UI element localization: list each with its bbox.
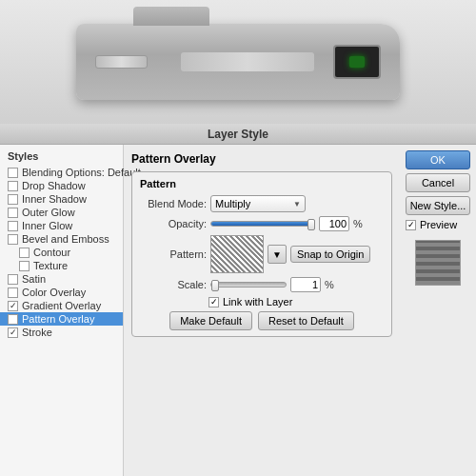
sidebar-label-gradient-overlay: Gradient Overlay: [22, 300, 101, 311]
sidebar-checkbox-gradient-overlay[interactable]: ✓: [8, 301, 18, 311]
camera-body: [76, 24, 400, 100]
sidebar-checkbox-drop-shadow[interactable]: [8, 181, 18, 191]
sidebar-label-inner-glow: Inner Glow: [22, 220, 72, 231]
sidebar-checkbox-contour[interactable]: [19, 248, 30, 258]
ok-button[interactable]: OK: [406, 150, 470, 169]
sidebar-label-drop-shadow: Drop Shadow: [22, 180, 86, 191]
sidebar-item-texture[interactable]: Texture: [0, 259, 123, 272]
reset-to-default-button[interactable]: Reset to Default: [258, 311, 354, 330]
sidebar-item-bevel-emboss[interactable]: Bevel and Emboss: [0, 232, 123, 246]
dialog-title: Layer Style: [208, 128, 268, 141]
snap-to-origin-button[interactable]: Snap to Origin: [290, 246, 370, 263]
preview-checkbox[interactable]: ✓: [406, 220, 416, 230]
sidebar-checkbox-blending-options[interactable]: [8, 168, 18, 178]
sidebar-checkbox-color-overlay[interactable]: [8, 288, 18, 298]
blend-mode-label: Blend Mode:: [140, 198, 207, 209]
sidebar-checkbox-satin[interactable]: [8, 274, 18, 285]
scale-slider[interactable]: [210, 282, 287, 288]
blend-mode-arrow-icon: ▼: [293, 200, 301, 208]
preview-label: Preview: [420, 219, 457, 230]
sidebar-checkbox-outer-glow[interactable]: [8, 208, 18, 218]
subsection-title: Pattern: [140, 178, 384, 189]
layer-style-dialog: Layer Style Styles Blending Options: Def…: [0, 124, 476, 476]
camera-flash: [95, 55, 148, 69]
blend-mode-row: Blend Mode: Multiply ▼: [140, 195, 384, 212]
preview-swatch: [415, 240, 461, 286]
link-layer-label: Link with Layer: [223, 296, 292, 307]
sidebar-checkbox-bevel-emboss[interactable]: [8, 234, 18, 245]
sidebar-item-pattern-overlay[interactable]: ✓Pattern Overlay: [0, 312, 123, 326]
sidebar-item-contour[interactable]: Contour: [0, 246, 123, 259]
cancel-button[interactable]: Cancel: [406, 173, 470, 192]
viewfinder-inner: [349, 56, 365, 68]
scale-input[interactable]: [290, 277, 321, 292]
sidebar-item-drop-shadow[interactable]: Drop Shadow: [0, 179, 123, 192]
right-panel: OK Cancel New Style... ✓ Preview: [400, 145, 476, 476]
make-default-button[interactable]: Make Default: [169, 311, 252, 330]
sidebar-item-inner-shadow[interactable]: Inner Shadow: [0, 192, 123, 206]
camera-viewfinder: [333, 45, 381, 79]
pattern-label: Pattern:: [140, 248, 207, 260]
sidebar-label-satin: Satin: [22, 273, 46, 285]
pattern-section-box: Pattern Blend Mode: Multiply ▼ Opacity:: [131, 171, 392, 337]
opacity-label: Opacity:: [140, 218, 207, 229]
camera-preview: [0, 0, 476, 124]
dialog-titlebar: Layer Style: [0, 124, 476, 145]
pattern-swatch[interactable]: [210, 235, 264, 273]
sidebar-checkbox-inner-glow[interactable]: [8, 221, 18, 231]
link-layer-checkbox[interactable]: ✓: [208, 297, 219, 307]
pattern-row: Pattern: ▼ Snap to Origin: [140, 235, 384, 273]
sidebar-item-blending-options[interactable]: Blending Options: Default: [0, 166, 123, 179]
sidebar-label-pattern-overlay: Pattern Overlay: [22, 313, 94, 325]
blend-mode-value: Multiply: [215, 198, 250, 209]
link-layer-row: ✓ Link with Layer: [208, 296, 384, 307]
scale-percent: %: [325, 279, 334, 290]
sidebar-header: Styles: [0, 149, 123, 166]
sidebar-label-color-overlay: Color Overlay: [22, 287, 86, 298]
pattern-picker-btn[interactable]: ▼: [268, 245, 287, 264]
scale-label: Scale:: [140, 279, 207, 290]
camera-top-bump: [133, 7, 209, 26]
sidebar-label-contour: Contour: [33, 247, 70, 258]
sidebar-label-outer-glow: Outer Glow: [22, 207, 75, 218]
sidebar: Styles Blending Options: DefaultDrop Sha…: [0, 145, 124, 476]
bottom-buttons: Make Default Reset to Default: [140, 311, 384, 330]
section-title: Pattern Overlay: [131, 152, 392, 166]
opacity-slider[interactable]: [210, 221, 315, 227]
sidebar-label-stroke: Stroke: [22, 327, 52, 338]
pattern-area: ▼ Snap to Origin: [210, 235, 370, 273]
sidebar-item-stroke[interactable]: ✓Stroke: [0, 326, 123, 339]
camera-lens-area: [181, 52, 314, 71]
sidebar-checkbox-pattern-overlay[interactable]: ✓: [8, 314, 18, 325]
sidebar-checkbox-inner-shadow[interactable]: [8, 194, 18, 205]
blend-mode-select[interactable]: Multiply ▼: [210, 195, 306, 212]
sidebar-item-inner-glow[interactable]: Inner Glow: [0, 219, 123, 232]
sidebar-item-color-overlay[interactable]: Color Overlay: [0, 286, 123, 299]
sidebar-label-texture: Texture: [33, 260, 68, 271]
sidebar-label-inner-shadow: Inner Shadow: [22, 193, 87, 205]
sidebar-item-satin[interactable]: Satin: [0, 272, 123, 286]
dialog-content: Styles Blending Options: DefaultDrop Sha…: [0, 145, 476, 476]
sidebar-item-gradient-overlay[interactable]: ✓Gradient Overlay: [0, 299, 123, 312]
new-style-button[interactable]: New Style...: [406, 196, 470, 215]
opacity-percent: %: [353, 218, 363, 229]
sidebar-checkbox-texture[interactable]: [19, 261, 30, 271]
sidebar-checkbox-stroke[interactable]: ✓: [8, 327, 18, 338]
opacity-row: Opacity: %: [140, 216, 384, 231]
sidebar-item-outer-glow[interactable]: Outer Glow: [0, 206, 123, 219]
main-content: Pattern Overlay Pattern Blend Mode: Mult…: [124, 145, 400, 476]
opacity-input[interactable]: [319, 216, 349, 231]
preview-row: ✓ Preview: [406, 219, 470, 230]
sidebar-label-bevel-emboss: Bevel and Emboss: [22, 233, 109, 245]
scale-row: Scale: %: [140, 277, 384, 292]
